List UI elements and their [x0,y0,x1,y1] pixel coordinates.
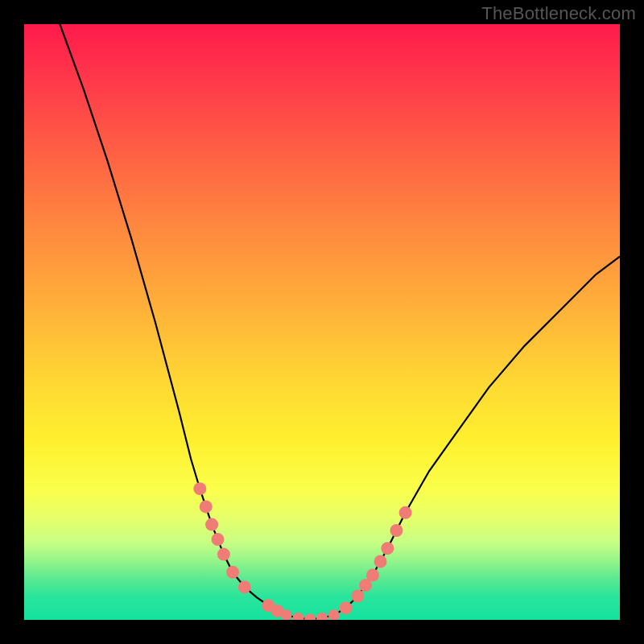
data-marker [390,524,403,537]
data-marker [340,601,353,614]
data-marker [316,613,328,620]
data-marker [200,500,213,513]
data-marker [374,555,387,568]
plot-area [24,24,620,620]
data-marker [399,506,412,519]
data-marker [226,566,239,579]
data-marker [351,589,364,602]
data-marker [328,609,340,620]
data-marker [304,613,316,620]
watermark-text: TheBottleneck.com [481,3,636,24]
data-marker [292,613,303,620]
data-marker [238,580,251,593]
data-marker [381,542,394,555]
data-marker [193,482,206,495]
curve-layer [24,24,620,620]
chart-frame: TheBottleneck.com [0,0,644,644]
data-marker [366,569,379,582]
data-marker [217,548,230,561]
data-marker [205,518,218,531]
bottleneck-curve [60,24,620,619]
data-marker [212,533,225,546]
